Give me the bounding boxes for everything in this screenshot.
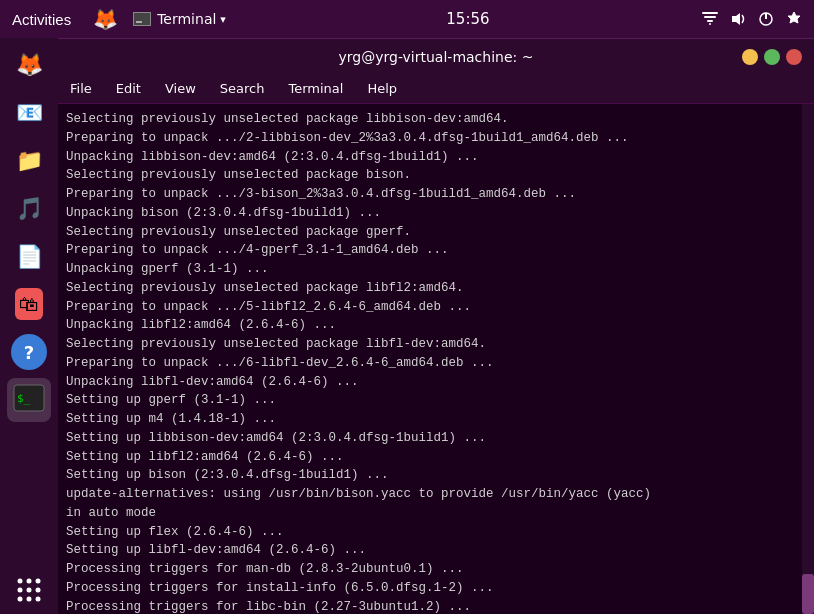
svg-point-12: [36, 578, 41, 583]
music-icon: 🎵: [16, 196, 43, 221]
dock-firefox[interactable]: 🦊: [7, 42, 51, 86]
firefox-dock-icon: 🦊: [16, 52, 43, 77]
files-icon: 📁: [16, 148, 43, 173]
firefox-icon: 🦊: [93, 7, 118, 31]
svg-rect-0: [702, 12, 718, 14]
menu-bar: File Edit View Search Terminal Help: [58, 74, 814, 104]
settings-icon[interactable]: [784, 9, 804, 29]
taskbar-terminal[interactable]: Terminal ▾: [123, 0, 236, 38]
menu-help[interactable]: Help: [363, 79, 401, 98]
svg-rect-2: [707, 20, 713, 22]
terminal-tab-arrow: ▾: [220, 13, 226, 26]
dock-terminal[interactable]: $_: [7, 378, 51, 422]
scrollbar-track[interactable]: [802, 104, 814, 614]
terminal-tab-label: Terminal: [157, 11, 216, 27]
dock-thunderbird[interactable]: 📧: [7, 90, 51, 134]
svg-point-10: [18, 578, 23, 583]
terminal-window: yrg@yrg-virtual-machine: ~ File Edit Vie…: [58, 38, 814, 614]
svg-point-16: [18, 596, 23, 601]
help-icon: ?: [11, 334, 47, 370]
dock-documents[interactable]: 📄: [7, 234, 51, 278]
power-icon[interactable]: [756, 9, 776, 29]
svg-point-13: [18, 587, 23, 592]
menu-file[interactable]: File: [66, 79, 96, 98]
apps-grid-icon: [15, 576, 43, 609]
system-bar: Activities 🦊 Terminal ▾ 15:56: [0, 0, 814, 38]
window-controls: [742, 49, 802, 65]
thunderbird-icon: 📧: [16, 100, 43, 125]
svg-point-15: [36, 587, 41, 592]
system-clock: 15:56: [236, 10, 700, 28]
volume-icon[interactable]: [728, 9, 748, 29]
svg-text:$_: $_: [17, 392, 31, 405]
activities-button[interactable]: Activities: [0, 0, 83, 38]
dock-sounds[interactable]: 🎵: [7, 186, 51, 230]
documents-icon: 📄: [16, 244, 43, 269]
window-title: yrg@yrg-virtual-machine: ~: [130, 49, 742, 65]
dock-help[interactable]: ?: [7, 330, 51, 374]
minimize-button[interactable]: [742, 49, 758, 65]
svg-point-17: [27, 596, 32, 601]
menu-view[interactable]: View: [161, 79, 200, 98]
svg-rect-3: [709, 23, 711, 25]
svg-point-14: [27, 587, 32, 592]
network-icon[interactable]: [700, 9, 720, 29]
store-icon: 🛍: [15, 288, 43, 320]
menu-search[interactable]: Search: [216, 79, 269, 98]
title-bar: yrg@yrg-virtual-machine: ~: [58, 38, 814, 74]
svg-marker-4: [732, 13, 740, 25]
maximize-button[interactable]: [764, 49, 780, 65]
dock-files[interactable]: 📁: [7, 138, 51, 182]
terminal-text: Selecting previously unselected package …: [66, 110, 806, 614]
dock-apps-grid[interactable]: [7, 570, 51, 614]
svg-point-11: [27, 578, 32, 583]
terminal-output[interactable]: Selecting previously unselected package …: [58, 104, 814, 614]
taskbar-firefox[interactable]: 🦊: [87, 1, 123, 37]
svg-point-18: [36, 596, 41, 601]
dock-store[interactable]: 🛍: [7, 282, 51, 326]
terminal-tab-icon: [133, 12, 151, 26]
scrollbar-thumb[interactable]: [802, 574, 814, 614]
close-button[interactable]: [786, 49, 802, 65]
terminal-dock-icon: $_: [13, 384, 45, 417]
svg-marker-7: [788, 12, 800, 23]
svg-rect-1: [704, 16, 716, 18]
system-tray: [700, 9, 814, 29]
menu-terminal[interactable]: Terminal: [284, 79, 347, 98]
menu-edit[interactable]: Edit: [112, 79, 145, 98]
dock: 🦊 📧 📁 🎵 📄 🛍 ? $_: [0, 38, 58, 614]
